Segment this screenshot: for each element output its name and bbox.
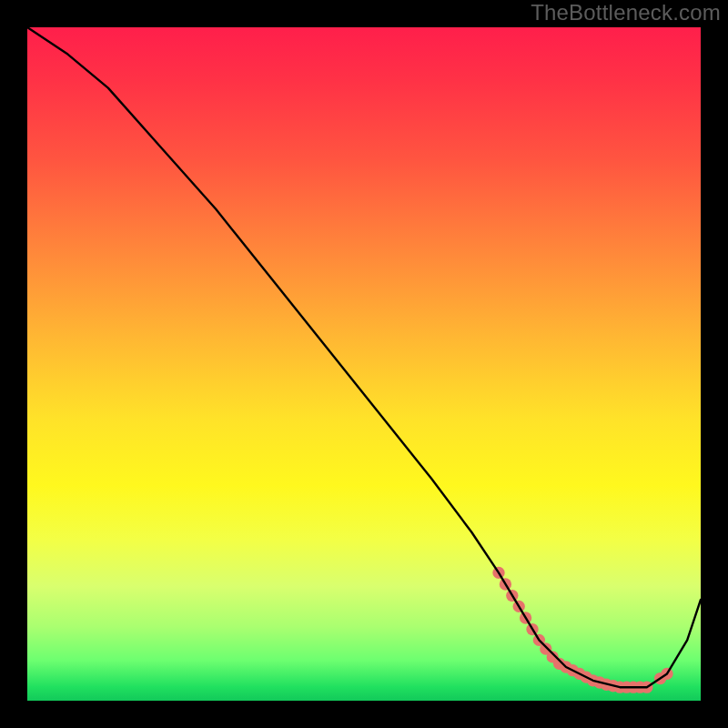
- curve-line: [27, 27, 701, 687]
- plot-area: [27, 27, 701, 701]
- chart-svg: [27, 27, 701, 701]
- watermark-text: TheBottleneck.com: [531, 0, 721, 25]
- chart-frame: TheBottleneck.com: [0, 0, 728, 728]
